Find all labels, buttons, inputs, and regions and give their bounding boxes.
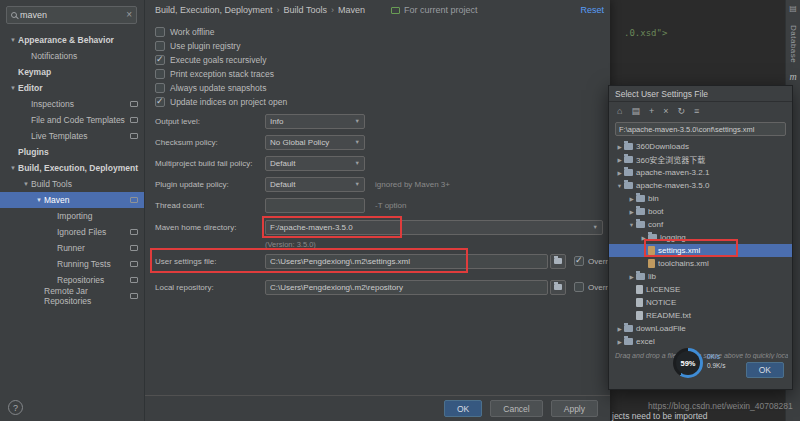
- sidebar-item-plugins[interactable]: Plugins: [0, 144, 144, 160]
- maven-home-label: Maven home directory:: [155, 223, 265, 232]
- clear-search-icon[interactable]: ×: [126, 10, 132, 20]
- tree-item-settings-xml[interactable]: settings.xml: [609, 244, 792, 257]
- tool-window-button-database[interactable]: Database: [789, 25, 798, 63]
- output-level-select[interactable]: Info ▼: [265, 114, 365, 129]
- help-button[interactable]: ?: [8, 400, 23, 415]
- chevron-down-icon[interactable]: ▼: [34, 197, 44, 203]
- tree-item-readme-txt[interactable]: README.txt: [609, 309, 792, 322]
- sidebar-item-maven[interactable]: ▼Maven: [0, 192, 144, 208]
- tree-item-apache-maven-3-2-1[interactable]: ▶apache-maven-3.2.1: [609, 166, 792, 179]
- tree-item-360[interactable]: ▶360安全浏览器下载: [609, 153, 792, 166]
- output-level-value: Info: [270, 117, 283, 126]
- chevron-right-icon[interactable]: ▶: [615, 170, 624, 176]
- sidebar-item-runner[interactable]: Runner: [0, 240, 144, 256]
- tree-item-apache-maven-3-5-0[interactable]: ▼apache-maven-3.5.0: [609, 179, 792, 192]
- tree-item-logging[interactable]: ▶logging: [609, 231, 792, 244]
- breadcrumb-item-build-execution-deployment[interactable]: Build, Execution, Deployment: [155, 5, 273, 15]
- chevron-down-icon[interactable]: ▼: [627, 222, 636, 228]
- chevron-right-icon[interactable]: ▶: [615, 339, 624, 345]
- chevron-down-icon[interactable]: ▼: [21, 181, 31, 187]
- multiproject-policy-select[interactable]: Default ▼: [265, 156, 365, 171]
- local-repository-override-checkbox[interactable]: [574, 282, 584, 292]
- tool-window-button-maven[interactable]: m: [789, 71, 796, 82]
- user-settings-input[interactable]: [265, 254, 548, 269]
- refresh-icon[interactable]: ↻: [677, 107, 685, 116]
- option-print-exception-stack-traces[interactable]: Print exception stack traces: [155, 67, 287, 81]
- reset-link[interactable]: Reset: [580, 5, 604, 15]
- local-repository-input[interactable]: [265, 280, 548, 295]
- desktop-icon[interactable]: ▤: [631, 107, 640, 116]
- maven-home-row: Maven home directory: F:/apache-maven-3.…: [155, 218, 608, 236]
- chevron-right-icon[interactable]: ▶: [627, 209, 636, 215]
- plugin-update-policy-note: ignored by Maven 3+: [375, 180, 450, 189]
- for-current-project[interactable]: For current project: [391, 5, 478, 15]
- user-settings-override-checkbox[interactable]: [574, 256, 584, 266]
- tree-item-notice[interactable]: NOTICE: [609, 296, 792, 309]
- thread-count-input[interactable]: [265, 198, 365, 213]
- tree-item-360downloads[interactable]: ▶360Downloads: [609, 140, 792, 153]
- sidebar-item-build-tools[interactable]: ▼Build Tools: [0, 176, 144, 192]
- sidebar-item-editor[interactable]: ▼Editor: [0, 80, 144, 96]
- sidebar-item-running-tests[interactable]: Running Tests: [0, 256, 144, 272]
- plugin-update-policy-select[interactable]: Default ▼: [265, 177, 365, 192]
- show-hidden-icon[interactable]: ≡: [694, 107, 699, 116]
- sidebar-item-keymap[interactable]: Keymap: [0, 64, 144, 80]
- tree-item-conf[interactable]: ▼conf: [609, 218, 792, 231]
- user-settings-override-label: Overr: [588, 257, 608, 266]
- chevron-right-icon[interactable]: ▶: [615, 326, 624, 332]
- settings-sidebar: × ▼Appearance & BehaviorNotificationsKey…: [0, 0, 145, 421]
- tree-item-bin[interactable]: ▶bin: [609, 192, 792, 205]
- maven-home-combo[interactable]: F:/apache-maven-3.5.0 ▼: [265, 220, 603, 235]
- option-execute-goals-recursively[interactable]: Execute goals recursively: [155, 53, 287, 67]
- chevron-down-icon: ▼: [355, 118, 360, 124]
- tree-item-toolchains-xml[interactable]: toolchains.xml: [609, 257, 792, 270]
- breadcrumb-item-maven[interactable]: Maven: [338, 5, 365, 15]
- tree-item-license[interactable]: LICENSE: [609, 283, 792, 296]
- sidebar-item-inspections[interactable]: Inspections: [0, 96, 144, 112]
- ok-button[interactable]: OK: [444, 400, 482, 417]
- browse-user-settings-button[interactable]: [550, 254, 566, 269]
- delete-icon[interactable]: ×: [663, 107, 668, 116]
- option-update-indices-on-project-open[interactable]: Update indices on project open: [155, 95, 287, 109]
- checkbox-unchecked-icon: [155, 41, 165, 51]
- breadcrumb-item-build-tools[interactable]: Build Tools: [284, 5, 327, 15]
- chevron-right-icon[interactable]: ▶: [627, 196, 636, 202]
- chevron-right-icon[interactable]: ▶: [639, 235, 648, 241]
- browse-local-repository-button[interactable]: [550, 280, 566, 295]
- sidebar-item-notifications[interactable]: Notifications: [0, 48, 144, 64]
- dialog-path-input[interactable]: [615, 122, 786, 136]
- folder-icon: [624, 182, 633, 189]
- tree-item-boot[interactable]: ▶boot: [609, 205, 792, 218]
- sidebar-item-build-execution-deployment[interactable]: ▼Build, Execution, Deployment: [0, 160, 144, 176]
- chevron-down-icon: ▼: [355, 160, 360, 166]
- checksum-policy-select[interactable]: No Global Policy ▼: [265, 135, 365, 150]
- chevron-right-icon[interactable]: ▶: [615, 144, 624, 150]
- tree-item-excel[interactable]: ▶excel: [609, 335, 792, 348]
- chevron-right-icon[interactable]: ▶: [615, 157, 624, 163]
- option-use-plugin-registry[interactable]: Use plugin registry: [155, 39, 287, 53]
- chevron-down-icon: ▼: [593, 224, 598, 230]
- option-always-update-snapshots[interactable]: Always update snapshots: [155, 81, 287, 95]
- home-icon[interactable]: ⌂: [617, 107, 622, 116]
- sidebar-item-ignored-files[interactable]: Ignored Files: [0, 224, 144, 240]
- tree-item-lib[interactable]: ▶lib: [609, 270, 792, 283]
- option-work-offline[interactable]: Work offline: [155, 25, 287, 39]
- sidebar-item-live-templates[interactable]: Live Templates: [0, 128, 144, 144]
- dialog-ok-button[interactable]: OK: [746, 362, 784, 378]
- apply-button[interactable]: Apply: [551, 400, 598, 417]
- tree-item-downloadfile[interactable]: ▶downLoadFile: [609, 322, 792, 335]
- search-input[interactable]: [20, 10, 123, 20]
- new-folder-icon[interactable]: +: [649, 107, 654, 116]
- cancel-button[interactable]: Cancel: [490, 400, 542, 417]
- sidebar-item-file-and-code-templates[interactable]: File and Code Templates: [0, 112, 144, 128]
- project-setting-badge-icon: [130, 101, 138, 107]
- chevron-right-icon[interactable]: ▶: [627, 274, 636, 280]
- chevron-down-icon[interactable]: ▼: [8, 165, 18, 171]
- sidebar-item-remote-jar-repositories[interactable]: Remote Jar Repositories: [0, 288, 144, 304]
- chevron-down-icon[interactable]: ▼: [8, 37, 18, 43]
- sidebar-item-appearance-behavior[interactable]: ▼Appearance & Behavior: [0, 32, 144, 48]
- chevron-down-icon[interactable]: ▼: [8, 85, 18, 91]
- tree-item-label: 360安全浏览器下载: [636, 154, 705, 165]
- chevron-down-icon[interactable]: ▼: [615, 183, 624, 189]
- sidebar-item-importing[interactable]: Importing: [0, 208, 144, 224]
